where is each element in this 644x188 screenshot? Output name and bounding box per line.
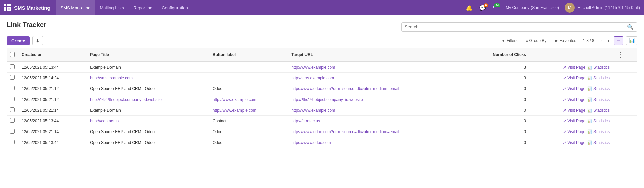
visit-page-link[interactable]: ↗ Visit Page: [563, 129, 585, 134]
external-link-icon: ↗: [563, 76, 566, 80]
col-button-label[interactable]: Button label: [209, 48, 288, 62]
visit-page-link[interactable]: ↗ Visit Page: [563, 65, 585, 70]
row-checkbox-7[interactable]: [10, 140, 15, 144]
statistics-link[interactable]: 📊 Statistics: [587, 108, 610, 113]
cell-target-url[interactable]: http://www.example.com: [288, 105, 467, 116]
row-checkbox-cell[interactable]: [7, 137, 18, 148]
notifications-button[interactable]: 🔔: [464, 3, 475, 12]
cell-button-label: Odoo: [209, 83, 288, 94]
download-button[interactable]: ⬇: [32, 36, 43, 45]
nav-configuration[interactable]: Configuration: [157, 0, 192, 15]
topbar-right: 🔔 💬 8 🗨 24 My Company (San Francisco) M …: [464, 3, 640, 13]
main-menu: SMS Marketing Mailing Lists Reporting Co…: [56, 0, 464, 15]
app-logo[interactable]: SMS Marketing: [4, 4, 51, 11]
col-page-title[interactable]: Page Title: [87, 48, 209, 62]
cell-target-url[interactable]: http:///contactus: [288, 116, 467, 126]
row-checkbox-0[interactable]: [10, 64, 15, 69]
nav-mailing-lists[interactable]: Mailing Lists: [95, 0, 129, 15]
row-checkbox-cell[interactable]: [7, 94, 18, 105]
list-view-button[interactable]: ☰: [614, 36, 623, 45]
bar-chart-icon: 📊: [587, 129, 592, 134]
cell-target-url[interactable]: https://www.odoo.com?utm_source=db&utm_m…: [288, 126, 467, 137]
col-target-url[interactable]: Target URL: [288, 48, 467, 62]
statistics-link[interactable]: 📊 Statistics: [587, 65, 610, 70]
cell-button-label: Odoo: [209, 126, 288, 137]
cell-page-title: Open Source ERP and CRM | Odoo: [87, 137, 209, 148]
row-checkbox-cell[interactable]: [7, 105, 18, 116]
cell-actions: ↗ Visit Page 📊 Statistics: [529, 83, 613, 94]
cell-created-on: 12/05/2021 05:21:14: [18, 126, 87, 137]
visit-page-link[interactable]: ↗ Visit Page: [563, 140, 585, 145]
table-header-row: Created on Page Title Button label Targe…: [7, 48, 637, 62]
bar-chart-icon: 📊: [587, 140, 592, 145]
statistics-link[interactable]: 📊 Statistics: [587, 140, 610, 145]
row-checkbox-6[interactable]: [10, 129, 15, 134]
cell-target-url[interactable]: https://www.odoo.com: [288, 137, 467, 148]
next-page-button[interactable]: ›: [606, 37, 611, 44]
row-checkbox-cell[interactable]: [7, 83, 18, 94]
row-checkbox-3[interactable]: [10, 97, 15, 101]
star-icon: ★: [554, 38, 558, 43]
statistics-link[interactable]: 📊 Statistics: [587, 76, 610, 80]
external-link-icon: ↗: [563, 97, 566, 102]
create-button[interactable]: Create: [7, 36, 30, 45]
visit-page-link[interactable]: ↗ Visit Page: [563, 76, 585, 80]
cell-button-label: http://www.example.com: [209, 94, 288, 105]
apps-icon: [4, 4, 11, 11]
column-options-button[interactable]: ⋮: [616, 51, 625, 58]
cell-button-label: [209, 62, 288, 73]
messages-button[interactable]: 💬 8: [477, 3, 488, 12]
row-checkbox-cell[interactable]: [7, 116, 18, 126]
cell-actions: ↗ Visit Page 📊 Statistics: [529, 105, 613, 116]
visit-page-link[interactable]: ↗ Visit Page: [563, 119, 585, 123]
visit-page-link[interactable]: ↗ Visit Page: [563, 86, 585, 91]
cell-button-label: [209, 73, 288, 83]
cell-created-on: 12/05/2021 05:13:44: [18, 116, 87, 126]
row-checkbox-1[interactable]: [10, 75, 15, 80]
cell-clicks: 0: [467, 126, 529, 137]
favorites-button[interactable]: ★ Favorites: [552, 37, 579, 44]
group-by-button[interactable]: ≡ Group By: [523, 37, 549, 44]
col-clicks[interactable]: Number of Clicks: [467, 48, 529, 62]
nav-sms-marketing[interactable]: SMS Marketing: [56, 0, 95, 15]
cell-actions: ↗ Visit Page 📊 Statistics: [529, 73, 613, 83]
select-all-header[interactable]: [7, 48, 18, 62]
row-checkbox-4[interactable]: [10, 107, 15, 112]
cell-clicks: 3: [467, 62, 529, 73]
cell-page-title[interactable]: http://sms.example.com: [87, 73, 209, 83]
visit-page-link[interactable]: ↗ Visit Page: [563, 97, 585, 102]
cell-target-url[interactable]: http://sms.example.com: [288, 73, 467, 83]
cell-target-url[interactable]: http://www.example.com: [288, 62, 467, 73]
nav-reporting[interactable]: Reporting: [129, 0, 157, 15]
filters-button[interactable]: ▼ Filters: [498, 37, 520, 44]
cell-page-title[interactable]: http://'%s' % object.company_id.website: [87, 94, 209, 105]
statistics-link[interactable]: 📊 Statistics: [587, 97, 610, 102]
cell-target-url[interactable]: http://'%s' % object.company_id.website: [288, 94, 467, 105]
row-checkbox-cell[interactable]: [7, 62, 18, 73]
row-checkbox-cell[interactable]: [7, 73, 18, 83]
avatar[interactable]: M: [565, 3, 575, 13]
cell-empty: [613, 94, 637, 105]
search-button[interactable]: 🔍: [626, 24, 634, 30]
chat-button[interactable]: 🗨 24: [491, 3, 500, 12]
cell-page-title: Example Domain: [87, 62, 209, 73]
external-link-icon: ↗: [563, 86, 566, 91]
row-checkbox-2[interactable]: [10, 86, 15, 90]
statistics-link[interactable]: 📊 Statistics: [587, 86, 610, 91]
col-created-on[interactable]: Created on: [18, 48, 87, 62]
chart-view-button[interactable]: 📊: [626, 36, 637, 45]
messages-badge: 8: [484, 3, 488, 7]
search-input[interactable]: [405, 24, 626, 29]
statistics-link[interactable]: 📊 Statistics: [587, 129, 610, 134]
row-checkbox-5[interactable]: [10, 118, 15, 123]
prev-page-button[interactable]: ‹: [599, 37, 604, 44]
select-all-checkbox[interactable]: [10, 52, 15, 57]
table-row: 12/05/2021 05:21:12http://'%s' % object.…: [7, 94, 637, 105]
col-kebab[interactable]: ⋮: [613, 48, 637, 62]
cell-clicks: 3: [467, 73, 529, 83]
cell-target-url[interactable]: https://www.odoo.com?utm_source=db&utm_m…: [288, 83, 467, 94]
cell-page-title[interactable]: http:///contactus: [87, 116, 209, 126]
row-checkbox-cell[interactable]: [7, 126, 18, 137]
visit-page-link[interactable]: ↗ Visit Page: [563, 108, 585, 113]
statistics-link[interactable]: 📊 Statistics: [587, 119, 610, 123]
